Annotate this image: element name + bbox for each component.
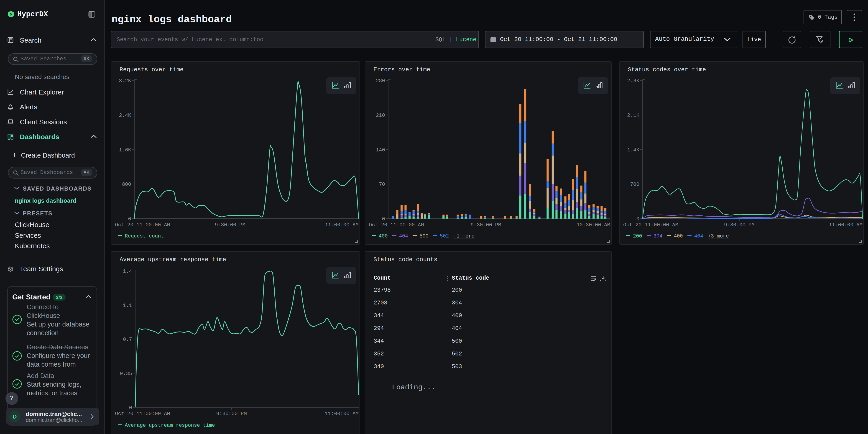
svg-text:1.6K: 1.6K: [119, 147, 131, 153]
svg-text:1.4K: 1.4K: [627, 147, 640, 153]
svg-text:0: 0: [382, 216, 385, 222]
svg-text:2.4K: 2.4K: [119, 113, 131, 118]
svg-text:800: 800: [122, 182, 131, 187]
svg-text:3.2K: 3.2K: [119, 78, 131, 84]
svg-text:9:30:00 PM: 9:30:00 PM: [216, 411, 247, 417]
svg-text:9:30:00 PM: 9:30:00 PM: [471, 222, 501, 228]
svg-text:0.35: 0.35: [120, 371, 132, 377]
svg-text:700: 700: [630, 182, 640, 187]
svg-text:2.8K: 2.8K: [627, 78, 640, 84]
svg-text:210: 210: [376, 113, 385, 118]
svg-text:9:30:00 PM: 9:30:00 PM: [724, 222, 754, 228]
svg-text:0.7: 0.7: [123, 337, 132, 342]
svg-text:0: 0: [129, 405, 132, 411]
svg-text:1.4: 1.4: [123, 269, 132, 274]
svg-text:0: 0: [128, 216, 131, 222]
svg-text:Oct 20 11:00:00 AM: Oct 20 11:00:00 AM: [115, 411, 170, 417]
svg-text:11:00:00 AM: 11:00:00 AM: [325, 222, 359, 228]
svg-text:70: 70: [379, 182, 385, 187]
svg-text:0: 0: [637, 216, 640, 222]
svg-text:10:30:00 AM: 10:30:00 AM: [577, 222, 610, 228]
svg-text:Oct 20 11:00:00 AM: Oct 20 11:00:00 AM: [115, 222, 170, 228]
svg-text:2.1K: 2.1K: [627, 113, 640, 118]
svg-text:140: 140: [376, 147, 385, 153]
svg-text:Oct 20 11:00:00 AM: Oct 20 11:00:00 AM: [369, 222, 424, 228]
svg-text:Oct 20 11:00:00 AM: Oct 20 11:00:00 AM: [623, 222, 678, 228]
svg-text:11:00:00 AM: 11:00:00 AM: [829, 222, 863, 228]
svg-text:11:00:00 AM: 11:00:00 AM: [325, 411, 359, 417]
svg-text:9:30:00 PM: 9:30:00 PM: [215, 222, 245, 228]
svg-text:1.1: 1.1: [123, 303, 132, 309]
svg-text:280: 280: [376, 78, 385, 84]
